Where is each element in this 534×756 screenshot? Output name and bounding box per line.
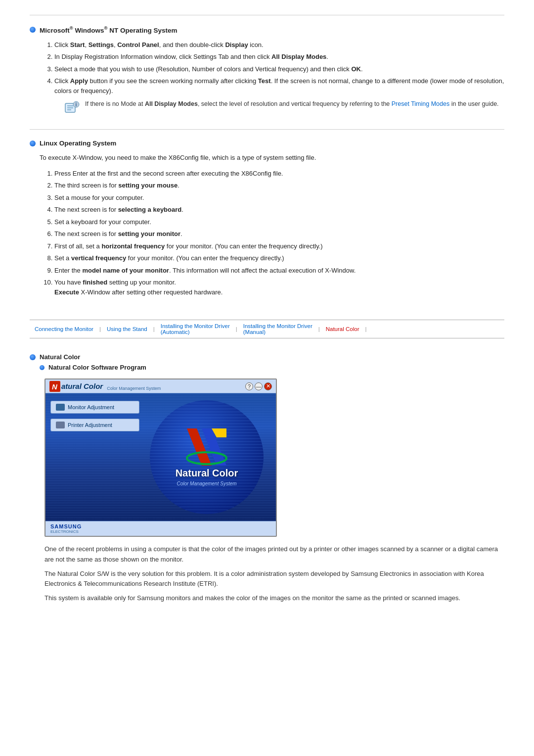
app-logo-icon: N [49,381,60,392]
linux-header: Linux Operating System [30,140,504,147]
nav-stand[interactable]: Using the Stand [102,326,152,332]
natural-color-main-header: Natural Color [30,353,504,361]
windows-nt-section: Microsoft® Windows® NT Operating System … [30,15,504,129]
nav-driver-manual[interactable]: Installing the Monitor Driver(Manual) [238,323,317,335]
step-4: Click Apply button if you see the screen… [54,76,504,115]
linux-step-10: You have finished setting up your monito… [54,278,504,297]
nav-driver-auto[interactable]: Installing the Monitor Driver(Automatic) [156,323,235,335]
svg-text:N: N [52,382,58,391]
circle-content: Natural Color Color Management System [176,428,238,486]
nav-sep-5: | [364,326,367,332]
linux-step-4: The next screen is for selecting a keybo… [54,205,504,215]
window-buttons: ? — ✕ [245,382,272,390]
nav-sep-2: | [152,326,156,332]
linux-step-8: Set a vertical frequency for your monito… [54,253,504,263]
desc-para-1: One of the recent problems in using a co… [44,544,504,565]
linux-section: Linux Operating System To execute X-Wind… [30,129,504,310]
natural-color-subtitle: Natural Color Software Program [48,364,146,371]
step-1: Click Start, Settings, Control Panel, an… [54,40,504,50]
monitor-adjustment-label: Monitor Adjustment [68,404,114,410]
printer-icon [56,422,65,428]
samsung-logo: SAMSUNG [50,523,82,529]
samsung-branding: SAMSUNG ELECTRONICS [50,523,82,534]
linux-step-3: Set a mouse for your computer. [54,193,504,203]
software-screenshot: N atural Color Color Management System ?… [44,378,277,537]
linux-step-1: Press Enter at the first and the second … [54,169,504,179]
linux-step-5: Set a keyboard for your computer. [54,217,504,227]
nav-sep-4: | [317,326,321,332]
ss-left-panel: Monitor Adjustment Printer Adjustment [45,393,144,521]
printer-adjustment-button[interactable]: Printer Adjustment [50,419,139,431]
monitor-icon [56,404,65,411]
step-2: In Display Registration Information wind… [54,52,504,62]
ss-right-panel: Natural Color Color Management System [137,393,276,521]
samsung-sub: ELECTRONICS [50,529,82,534]
nav-bar: Connecting the Monitor | Using the Stand… [30,320,504,338]
windows-nt-title: Microsoft® Windows® NT Operating System [40,25,178,34]
note-text: If there is no Mode at All Display Modes… [85,99,499,109]
linux-steps: Press Enter at the first and the second … [40,169,504,297]
help-button[interactable]: ? [245,382,253,390]
ss-title-logo: N atural Color Color Management System [49,381,161,392]
bullet-dot-linux [30,141,36,146]
note-box: i If there is no Mode at All Display Mod… [64,99,504,115]
linux-title: Linux Operating System [40,140,116,147]
app-subtitle-text: Color Management System [107,386,161,392]
nav-sep-3: | [235,326,238,332]
ss-titlebar: N atural Color Color Management System ?… [45,379,276,393]
windows-nt-steps: Click Start, Settings, Control Panel, an… [40,40,504,116]
bullet-dot [30,27,36,33]
note-icon: i [64,99,80,115]
windows-nt-header: Microsoft® Windows® NT Operating System [30,25,504,34]
linux-intro: To execute X-Window, you need to make th… [40,153,504,163]
nav-natural-color[interactable]: Natural Color [321,326,364,332]
minimize-button[interactable]: — [255,382,263,390]
printer-adjustment-label: Printer Adjustment [68,422,112,428]
natural-color-title: Natural Color [40,353,80,361]
desc-para-2: The Natural Color S/W is the very soluti… [44,569,504,590]
brand-circle: Natural Color Color Management System [150,400,264,514]
n-logo-icon [184,428,229,466]
linux-step-7: First of all, set a horizontal frequency… [54,241,504,251]
ss-bottom-bar: SAMSUNG ELECTRONICS [45,521,276,536]
nav-sep-1: | [98,326,102,332]
linux-step-9: Enter the model name of your monitor. Th… [54,266,504,276]
nav-connecting[interactable]: Connecting the Monitor [30,326,98,332]
app-title-text: atural Color [61,382,103,390]
natural-color-section: Natural Color Natural Color Software Pro… [30,348,504,613]
svg-text:i: i [76,102,77,107]
brand-name-text: Natural Color [176,468,238,479]
linux-step-6: The next screen is for setting your moni… [54,229,504,239]
brand-cms-text: Color Management System [177,481,236,486]
bullet-dot-nc [30,354,36,360]
linux-step-2: The third screen is for setting your mou… [54,181,504,190]
natural-color-sub-header: Natural Color Software Program [40,364,504,371]
close-button[interactable]: ✕ [264,382,272,390]
step-3: Select a mode that you wish to use (Reso… [54,64,504,74]
bullet-dot-nc-sub [40,365,44,370]
monitor-adjustment-button[interactable]: Monitor Adjustment [50,401,139,414]
preset-timing-link[interactable]: Preset Timing Modes [392,100,449,107]
desc-para-3: This system is available only for Samsun… [44,593,504,604]
